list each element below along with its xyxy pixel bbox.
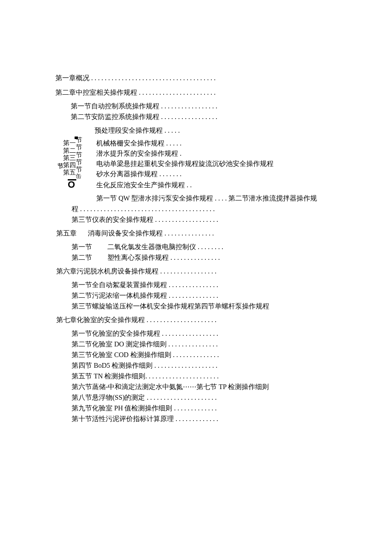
ch7-section-6-7: 第六节蒸储-中和滴定法测定水中氨氮⋯⋯第七节 TP 检测操作细则	[72, 382, 337, 392]
ch3-section-4: 砂水分离器操作规程 . . . . . . .	[96, 169, 274, 179]
ch5-s1-label: 第一节	[72, 243, 92, 250]
ch3-section-1: 机械格栅安全操作规程 . . . . .	[96, 138, 274, 148]
ch5-s2-text: 塑性离心泵操作规程 . . . . . . . . . . . . . . .	[107, 254, 220, 261]
chapter-1: 第一章概况 . . . . . . . . . . . . . . . . . …	[55, 73, 337, 83]
vb-c1-4: 第	[63, 169, 69, 176]
vertical-section-labels: 节节 第 第 第 第 第 一 二 三 四 五 节 节 节 节 节 缶	[57, 137, 82, 180]
chapter-2: 第二章中控室相关操作规程 . . . . . . . . . . . . . .…	[55, 87, 337, 98]
chapter-3-sections: 机械格栅安全操作规程 . . . . . 潜水提升泵的安全操作规程 . 电动单梁…	[96, 138, 274, 190]
vb-c1-3: 第	[63, 162, 69, 169]
vertical-col-di: 第 第 第 第 第	[63, 139, 69, 176]
ch3-section-3: 电动单梁悬挂起重机安全操作规程旋流沉砂池安全操作规程	[96, 159, 274, 169]
vb-c3-4: 节	[76, 166, 82, 173]
vertical-col-num: 一 二 三 四 五	[69, 139, 76, 176]
ch2-section-1: 第一节自动控制系统操作规程 . . . . . . . . . . . . . …	[71, 101, 337, 111]
ch5-section-2: 第二节塑性离心泵操作规程 . . . . . . . . . . . . . .…	[72, 253, 337, 263]
vertical-col-jie: 节 节 节 节 节 缶	[76, 137, 82, 180]
vb-c2-0: 一	[69, 139, 76, 147]
vb-c1-1: 第	[63, 147, 69, 154]
vb-c3-0: 节	[76, 137, 82, 144]
ch7-section-9: 第九节化验室 PH 值检测操作细则 . . . . . . . . . . . …	[72, 403, 337, 413]
vb-c3-3: 节	[76, 159, 82, 166]
ch6-section-1: 第一节全自动絮凝装置操作规程 . . . . . . . . . . . . .…	[72, 280, 337, 290]
ch5-s2-label: 第二节	[72, 254, 92, 261]
ch7-section-1: 第一节化验室的安全操作规程 . . . . . . . . . . . . . …	[72, 328, 337, 339]
chapter-5: 第五章消毒间设备安全操作规程 . . . . . . . . . . . . .…	[56, 228, 337, 238]
chapter-6: 第六章污泥脱水机房设备操作规程 . . . . . . . . . . . . …	[56, 266, 337, 276]
vb-c2-4: 五	[69, 169, 76, 176]
ocr-zero-artifact: O	[68, 179, 76, 188]
ch7-section-2: 第二节化验室 DO 测定操作细则 . . . . . . . . . . . .…	[72, 339, 337, 349]
vb-c2-1: 二	[69, 147, 76, 154]
ch7-section-8: 第八节悬浮物(SS)的测定 . . . . . . . . . . . . . …	[72, 392, 337, 403]
vb-c2-3: 四	[69, 162, 76, 169]
ch6-section-2: 第二节污泥浓缩一体机操作规程 . . . . . . . . . . . . .…	[72, 291, 337, 301]
ch6-section-3-4: 第三节螺旋输送压榨一体机安全操作规程第四节单螺杆泵操作规程	[72, 301, 337, 311]
ch5-label: 第五章	[56, 230, 77, 237]
vb-c2-2: 三	[69, 154, 76, 162]
ch4-continuation: 程 . . . . . . . . . . . . . . . . . . . …	[72, 204, 337, 214]
ch4-section-3: 第三节仪表的安全操作规程 . . . . . . . . . . . . . .…	[72, 215, 337, 225]
toc-page: 第一章概况 . . . . . . . . . . . . . . . . . …	[0, 0, 392, 136]
vb-c3-1: 节	[76, 144, 82, 151]
ch4-section-1-2: 第一节 QW 型潜水排污泵安全操作规程 . . . . 第二节潜水推流搅拌器操作…	[96, 193, 337, 203]
vb-fou: 缶	[76, 173, 82, 180]
ch7-section-4: 第四节 BoD5 检测操作细则 . . . . . . . . . . . . …	[72, 360, 337, 371]
chapter-7: 第七章化验室的安全操作规程 . . . . . . . . . . . . . …	[56, 315, 337, 325]
pretreatment-heading: 预处理段安全操作规程 . . . . .	[95, 125, 337, 136]
ch5-title: 消毒间设备安全操作规程 . . . . . . . . . . . . . . …	[88, 230, 214, 237]
ch7-section-3: 第三节化验室 COD 检测操作细则 . . . . . . . . . . . …	[72, 350, 337, 360]
ch3-section-2: 潜水提升泵的安全操作规程 .	[96, 148, 274, 159]
ch5-section-1: 第一节二氧化氯发生器微电脑控制仪 . . . . . . . .	[72, 242, 337, 252]
ch7-section-5: 第五节 TN 检测操作细则. . . . . . . . . . . . . .…	[72, 371, 337, 381]
zero-char: O	[68, 179, 75, 190]
vb-c3-2: 节	[76, 151, 82, 159]
chapter-4-title: 生化反应池安全生产操作规程 . .	[96, 180, 274, 190]
vb-c1-0: 第	[63, 139, 69, 147]
ch5-s1-text: 二氧化氯发生器微电脑控制仪 . . . . . . . .	[107, 243, 223, 250]
ch7-section-10: 第十节活性污泥评价指标计算原理 . . . . . . . . . . . . …	[72, 414, 337, 424]
ch2-section-2: 第二节安防监控系统操作规程 . . . . . . . . . . . . . …	[71, 112, 337, 122]
vb-c1-2: 第	[63, 154, 69, 162]
toc-continuation: 第一节 QW 型潜水排污泵安全操作规程 . . . . 第二节潜水推流搅拌器操作…	[72, 192, 337, 424]
